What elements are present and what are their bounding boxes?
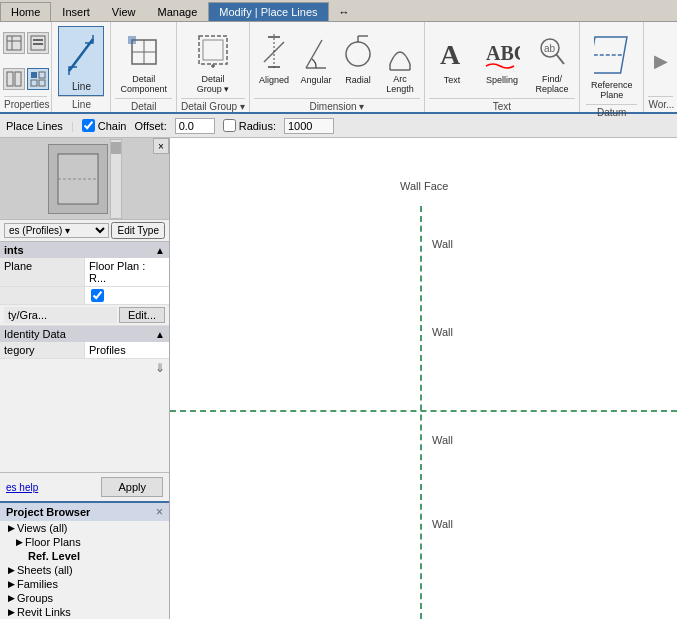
offset-label: Offset: (134, 120, 166, 132)
drawing-area[interactable]: Wall Face Wall Wall Wall Wall (170, 138, 677, 619)
arc-length-label: ArcLength (386, 75, 414, 95)
edit-type-button[interactable]: Edit Type (111, 222, 165, 239)
apply-button[interactable]: Apply (101, 477, 163, 497)
edit-row: ty/Gra... Edit... (0, 305, 169, 326)
tree-item-revit-links[interactable]: ▶ Revit Links (0, 605, 169, 619)
svg-rect-16 (128, 36, 136, 44)
wall-label-1: Wall (432, 238, 453, 250)
detail-group-btn-label: DetailGroup ▾ (197, 75, 230, 95)
plane-value[interactable]: Floor Plan : R... (85, 258, 169, 286)
svg-rect-11 (39, 80, 45, 86)
svg-rect-4 (33, 39, 43, 41)
text-group-label: Text (429, 98, 575, 114)
identity-data-arrow: ▲ (155, 329, 165, 340)
svg-rect-9 (39, 72, 45, 78)
aligned-button[interactable]: Aligned (254, 26, 294, 88)
category-value: Profiles (85, 342, 169, 358)
tab-modify-place-lines[interactable]: Modify | Place Lines (208, 2, 328, 21)
identity-data-section: Identity Data ▲ tegory Profiles (0, 326, 169, 359)
svg-rect-5 (33, 43, 43, 45)
chain-checkbox[interactable] (82, 119, 95, 132)
svg-rect-0 (7, 36, 21, 50)
ribbon-group-detail-group: DetailGroup ▾ Detail Group ▾ (177, 22, 250, 112)
svg-line-36 (556, 54, 564, 64)
tree-item-families[interactable]: ▶ Families (0, 577, 169, 591)
arc-length-button[interactable]: ArcLength (380, 26, 420, 98)
tab-insert[interactable]: Insert (51, 2, 101, 21)
category-key: tegory (0, 342, 85, 358)
project-browser-close[interactable]: × (156, 505, 163, 519)
left-panel-close[interactable]: × (158, 141, 164, 152)
prop-btn-3[interactable] (3, 68, 25, 90)
radius-label[interactable]: Radius: (223, 119, 276, 132)
tab-extra[interactable]: ↔ (333, 3, 356, 21)
svg-text:ABC: ABC (486, 42, 520, 64)
reference-plane-label: ReferencePlane (591, 81, 633, 101)
wall-label-3: Wall (432, 434, 453, 446)
ribbon-group-properties: Properties (0, 22, 52, 112)
wor-button[interactable]: ▶ (649, 45, 673, 77)
edit-key: ty/Gra... (4, 307, 117, 323)
svg-rect-6 (7, 72, 13, 86)
datum-group-label: Datum (586, 104, 638, 120)
tree-item-views-all[interactable]: ▶ Views (all) (0, 521, 169, 535)
place-lines-label: Place Lines (6, 120, 63, 132)
tree-item-ref-level[interactable]: Ref. Level (0, 549, 169, 563)
detail-group-label: Detail (115, 98, 172, 114)
aligned-label: Aligned (259, 75, 289, 85)
thumbnail-area (0, 138, 169, 220)
identity-data-header[interactable]: Identity Data ▲ (0, 326, 169, 342)
wall-label-4: Wall (432, 518, 453, 530)
project-tree: ▶ Views (all) ▶ Floor Plans Ref. Level ▶… (0, 521, 169, 619)
help-link[interactable]: es help (6, 482, 38, 493)
detail-group-button[interactable]: DetailGroup ▾ (188, 26, 238, 98)
prop-btn-4[interactable] (27, 68, 49, 90)
find-replace-button[interactable]: ab Find/Replace (529, 26, 575, 98)
props-checkbox[interactable] (91, 289, 104, 302)
ribbon-group-datum: ReferencePlane Datum (580, 22, 645, 112)
prop-btn-1[interactable] (3, 32, 25, 54)
edit-button[interactable]: Edit... (119, 307, 165, 323)
radius-input[interactable] (284, 118, 334, 134)
detail-component-button[interactable]: DetailComponent (115, 26, 172, 98)
dimension-group-label[interactable]: Dimension ▾ (254, 98, 420, 114)
svg-point-27 (346, 42, 370, 66)
tree-item-floor-plans[interactable]: ▶ Floor Plans (0, 535, 169, 549)
tab-manage[interactable]: Manage (147, 2, 209, 21)
wor-group-label: Wor... (648, 96, 673, 112)
constraints-header[interactable]: ints ▲ (0, 242, 169, 258)
text-button[interactable]: A Text (429, 26, 475, 88)
tab-home[interactable]: Home (0, 2, 51, 21)
chain-label[interactable]: Chain (82, 119, 127, 132)
line-button[interactable]: Line (58, 26, 104, 96)
wall-label-2: Wall (432, 326, 453, 338)
line-btn-label: Line (72, 81, 91, 92)
reference-plane-button[interactable]: ReferencePlane (586, 26, 638, 104)
spelling-label: Spelling (486, 75, 518, 85)
expand-section[interactable]: ⇓ (0, 359, 169, 377)
find-replace-label: Find/Replace (535, 75, 568, 95)
tree-item-sheets-all[interactable]: ▶ Sheets (all) (0, 563, 169, 577)
tree-item-groups[interactable]: ▶ Groups (0, 591, 169, 605)
type-dropdown[interactable]: es (Profiles) ▾ (4, 223, 109, 238)
offset-input[interactable] (175, 118, 215, 134)
checkbox-cell[interactable] (85, 287, 169, 304)
angular-button[interactable]: Angular (296, 26, 336, 88)
radius-checkbox[interactable] (223, 119, 236, 132)
svg-line-12 (69, 39, 93, 71)
left-panel: × es (Profiles) ▾ Edit Type ints ▲ Plane… (0, 138, 170, 619)
svg-text:ab: ab (544, 43, 556, 54)
svg-rect-38 (594, 37, 627, 73)
checkbox-row (0, 287, 169, 305)
svg-text:A: A (440, 39, 461, 70)
text-btn-label: Text (444, 75, 461, 85)
project-browser: Project Browser × ▶ Views (all) ▶ Floor … (0, 501, 169, 619)
svg-rect-10 (31, 80, 37, 86)
radial-button[interactable]: Radial (338, 26, 378, 88)
ribbon-group-line: Line Line (52, 22, 111, 112)
prop-btn-2[interactable] (27, 32, 49, 54)
spelling-button[interactable]: ABC Spelling (477, 26, 527, 88)
svg-rect-18 (203, 40, 223, 60)
svg-line-26 (306, 40, 322, 68)
tab-view[interactable]: View (101, 2, 147, 21)
